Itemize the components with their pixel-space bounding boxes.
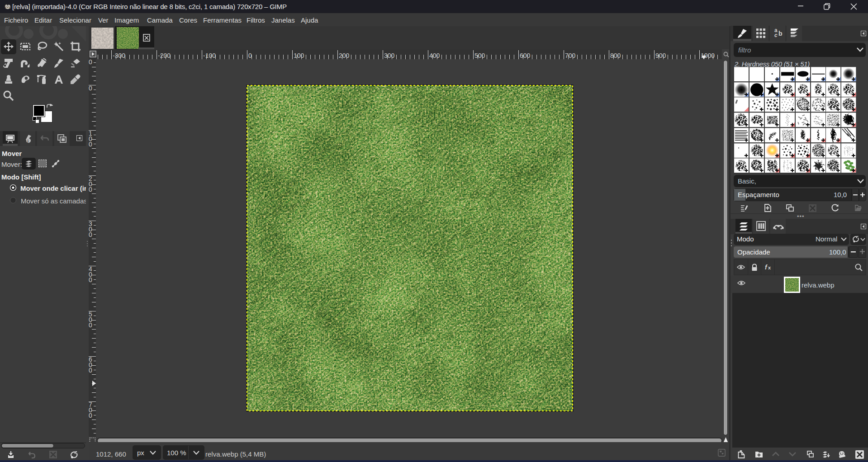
svg-text:i: i (28, 139, 29, 143)
